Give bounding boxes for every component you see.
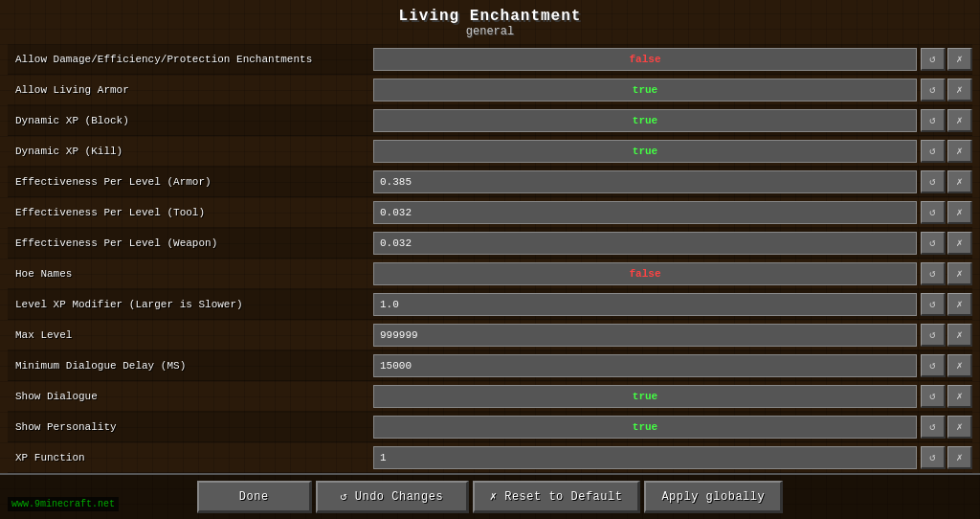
setting-row: Dynamic XP (Kill)true↺✗ (8, 136, 972, 167)
setting-value-box[interactable]: 0.032 (373, 201, 917, 224)
setting-label: XP Function (8, 452, 371, 463)
setting-value-area: true↺✗ (371, 416, 972, 439)
setting-reset-icon[interactable]: ✗ (947, 446, 972, 469)
setting-value-area: 999999↺✗ (371, 324, 972, 347)
settings-list[interactable]: Allow Damage/Efficiency/Protection Encha… (8, 44, 972, 473)
setting-reset-icon[interactable]: ✗ (947, 293, 972, 316)
done-button[interactable]: Done (197, 481, 312, 513)
setting-row: Max Level999999↺✗ (8, 320, 972, 350)
setting-row: Level XP Modifier (Larger is Slower)1.0↺… (8, 289, 972, 320)
setting-label: Allow Living Armor (8, 84, 371, 96)
setting-reset-icon[interactable]: ✗ (947, 324, 972, 347)
setting-value-area: true↺✗ (371, 109, 972, 132)
setting-reset-icon[interactable]: ✗ (947, 385, 972, 408)
setting-reset-icon[interactable]: ✗ (947, 262, 972, 285)
setting-reset-icon[interactable]: ✗ (947, 354, 972, 377)
setting-label: Minimum Dialogue Delay (MS) (8, 360, 371, 372)
setting-undo-icon[interactable]: ↺ (921, 109, 946, 132)
setting-reset-icon[interactable]: ✗ (947, 140, 972, 163)
setting-reset-icon[interactable]: ✗ (947, 170, 972, 193)
setting-undo-icon[interactable]: ↺ (921, 416, 946, 439)
bottom-bar: Done ↺ Undo Changes ✗ Reset to Default A… (0, 473, 980, 519)
setting-value-area: 0.032↺✗ (371, 201, 972, 224)
setting-value-box[interactable]: 999999 (373, 324, 917, 347)
setting-value-area: false↺✗ (371, 262, 972, 285)
setting-undo-icon[interactable]: ↺ (921, 324, 946, 347)
setting-value-box[interactable]: true (373, 385, 917, 408)
setting-undo-icon[interactable]: ↺ (921, 385, 946, 408)
setting-value-box[interactable]: 1.0 (373, 293, 917, 316)
setting-value-box[interactable]: 0.385 (373, 170, 917, 193)
setting-value-box[interactable]: true (373, 109, 917, 132)
setting-row: Hoe Namesfalse↺✗ (8, 259, 972, 289)
main-panel: Living Enchantment general Allow Damage/… (0, 0, 980, 519)
setting-row: Allow Damage/Efficiency/Protection Encha… (8, 44, 972, 75)
setting-undo-icon[interactable]: ↺ (921, 79, 946, 102)
setting-undo-icon[interactable]: ↺ (921, 48, 946, 71)
setting-value-area: true↺✗ (371, 385, 972, 408)
setting-row: XP Function1↺✗ (8, 442, 972, 473)
setting-undo-icon[interactable]: ↺ (921, 446, 946, 469)
setting-row: Show Dialoguetrue↺✗ (8, 381, 972, 412)
title-area: Living Enchantment general (0, 0, 980, 44)
setting-reset-icon[interactable]: ✗ (947, 79, 972, 102)
setting-undo-icon[interactable]: ↺ (921, 232, 946, 255)
undo-button[interactable]: ↺ Undo Changes (316, 481, 469, 513)
setting-reset-icon[interactable]: ✗ (947, 416, 972, 439)
setting-label: Dynamic XP (Kill) (8, 146, 371, 157)
setting-undo-icon[interactable]: ↺ (921, 293, 946, 316)
setting-undo-icon[interactable]: ↺ (921, 354, 946, 377)
setting-label: Show Dialogue (8, 391, 371, 402)
setting-reset-icon[interactable]: ✗ (947, 109, 972, 132)
setting-reset-icon[interactable]: ✗ (947, 201, 972, 224)
setting-value-box[interactable]: 0.032 (373, 232, 917, 255)
setting-value-area: false↺✗ (371, 48, 972, 71)
setting-label: Effectiveness Per Level (Weapon) (8, 237, 371, 249)
setting-row: Allow Living Armortrue↺✗ (8, 75, 972, 105)
setting-label: Effectiveness Per Level (Tool) (8, 207, 371, 218)
reset-button[interactable]: ✗ Reset to Default (473, 481, 641, 513)
setting-row: Effectiveness Per Level (Weapon)0.032↺✗ (8, 228, 972, 259)
setting-reset-icon[interactable]: ✗ (947, 232, 972, 255)
content-area: Allow Damage/Efficiency/Protection Encha… (0, 44, 980, 473)
setting-value-box[interactable]: true (373, 416, 917, 439)
background: Living Enchantment general Allow Damage/… (0, 0, 980, 519)
setting-undo-icon[interactable]: ↺ (921, 262, 946, 285)
setting-label: Dynamic XP (Block) (8, 115, 371, 126)
setting-value-area: 15000↺✗ (371, 354, 972, 377)
setting-undo-icon[interactable]: ↺ (921, 140, 946, 163)
setting-value-box[interactable]: false (373, 262, 917, 285)
setting-reset-icon[interactable]: ✗ (947, 48, 972, 71)
setting-value-area: 1↺✗ (371, 446, 972, 469)
setting-undo-icon[interactable]: ↺ (921, 201, 946, 224)
setting-label: Effectiveness Per Level (Armor) (8, 176, 371, 188)
setting-label: Show Personality (8, 421, 371, 433)
apply-button[interactable]: Apply globally (644, 481, 783, 513)
setting-row: Minimum Dialogue Delay (MS)15000↺✗ (8, 350, 972, 381)
setting-undo-icon[interactable]: ↺ (921, 170, 946, 193)
setting-row: Effectiveness Per Level (Armor)0.385↺✗ (8, 167, 972, 197)
setting-label: Hoe Names (8, 268, 371, 280)
setting-value-box[interactable]: true (373, 140, 917, 163)
setting-value-area: true↺✗ (371, 79, 972, 102)
setting-value-area: true↺✗ (371, 140, 972, 163)
title-main: Living Enchantment (0, 8, 980, 25)
title-sub: general (0, 25, 980, 38)
setting-label: Allow Damage/Efficiency/Protection Encha… (8, 54, 371, 65)
setting-value-box[interactable]: 1 (373, 446, 917, 469)
setting-row: Show Personalitytrue↺✗ (8, 412, 972, 442)
setting-value-area: 0.385↺✗ (371, 170, 972, 193)
setting-value-box[interactable]: 15000 (373, 354, 917, 377)
setting-value-area: 1.0↺✗ (371, 293, 972, 316)
watermark: www.9minecraft.net (8, 497, 119, 511)
setting-row: Effectiveness Per Level (Tool)0.032↺✗ (8, 197, 972, 228)
setting-value-box[interactable]: false (373, 48, 917, 71)
setting-value-area: 0.032↺✗ (371, 232, 972, 255)
setting-label: Max Level (8, 329, 371, 341)
setting-row: Dynamic XP (Block)true↺✗ (8, 105, 972, 136)
setting-label: Level XP Modifier (Larger is Slower) (8, 299, 371, 310)
setting-value-box[interactable]: true (373, 79, 917, 102)
